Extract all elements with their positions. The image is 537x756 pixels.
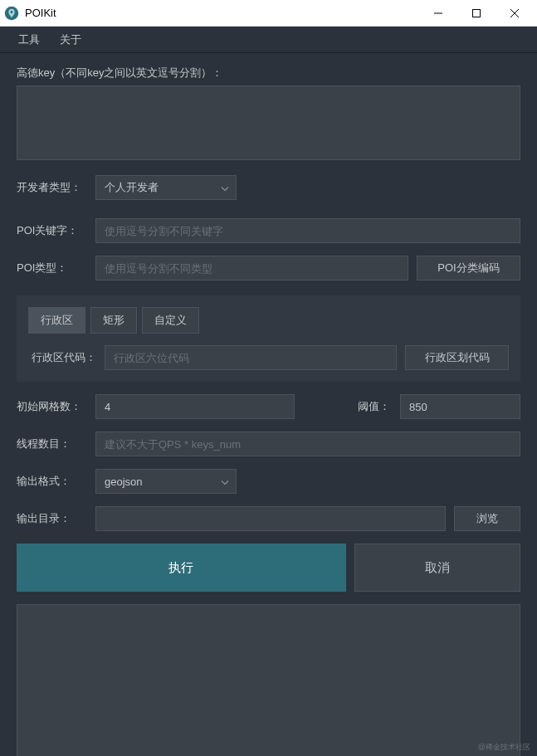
action-buttons: 执行 取消 — [17, 544, 520, 592]
dev-type-label: 开发者类型： — [17, 180, 87, 195]
browse-button[interactable]: 浏览 — [454, 506, 520, 531]
maximize-button[interactable] — [457, 0, 496, 27]
window-title: POIKit — [25, 7, 419, 19]
output-format-select[interactable]: geojson — [95, 469, 237, 494]
app-icon — [3, 5, 20, 22]
poi-type-input[interactable] — [95, 256, 408, 280]
close-button[interactable] — [496, 0, 534, 27]
threshold-input[interactable] — [400, 394, 520, 419]
admin-code-input[interactable] — [105, 345, 397, 370]
thread-count-label: 线程数目： — [17, 437, 87, 451]
watermark: @稀金技术社区 — [478, 742, 530, 753]
chevron-down-icon — [221, 476, 229, 488]
execute-button[interactable]: 执行 — [17, 544, 346, 592]
dev-type-select[interactable]: 个人开发者 — [95, 175, 237, 200]
thread-count-input[interactable] — [95, 432, 520, 456]
poi-type-code-button[interactable]: POI分类编码 — [417, 256, 520, 280]
menu-tools[interactable]: 工具 — [8, 27, 50, 52]
initial-grid-input[interactable] — [95, 394, 295, 419]
admin-code-label: 行政区代码： — [28, 350, 96, 365]
dev-type-value: 个人开发者 — [105, 180, 159, 195]
output-format-label: 输出格式： — [17, 474, 87, 489]
window-controls — [419, 0, 534, 27]
log-output — [17, 604, 520, 756]
region-panel: 行政区 矩形 自定义 行政区代码： 行政区划代码 — [17, 295, 520, 382]
tab-rect[interactable]: 矩形 — [90, 307, 137, 334]
poi-type-label: POI类型： — [17, 261, 87, 276]
chevron-down-icon — [221, 182, 229, 194]
menu-about[interactable]: 关于 — [50, 27, 91, 52]
amap-key-input[interactable] — [17, 85, 520, 160]
minimize-button[interactable] — [419, 0, 457, 27]
output-dir-label: 输出目录： — [17, 511, 87, 526]
poi-keyword-label: POI关键字： — [17, 223, 87, 238]
cancel-button[interactable]: 取消 — [354, 544, 520, 592]
tab-custom[interactable]: 自定义 — [142, 307, 199, 334]
amap-key-label: 高德key（不同key之间以英文逗号分割）： — [17, 66, 520, 80]
threshold-label: 阈值： — [358, 399, 390, 414]
region-tabs: 行政区 矩形 自定义 — [28, 307, 509, 334]
titlebar: POIKit — [0, 0, 537, 27]
menubar: 工具 关于 — [0, 27, 537, 53]
admin-code-button[interactable]: 行政区划代码 — [405, 345, 509, 370]
main-content: 高德key（不同key之间以英文逗号分割）： 开发者类型： 个人开发者 POI关… — [0, 53, 537, 756]
poi-keyword-input[interactable] — [95, 218, 520, 243]
initial-grid-label: 初始网格数： — [17, 399, 87, 414]
svg-rect-2 — [473, 9, 481, 17]
output-format-value: geojson — [105, 476, 143, 488]
tab-admin[interactable]: 行政区 — [28, 307, 85, 334]
output-dir-input[interactable] — [95, 506, 446, 531]
